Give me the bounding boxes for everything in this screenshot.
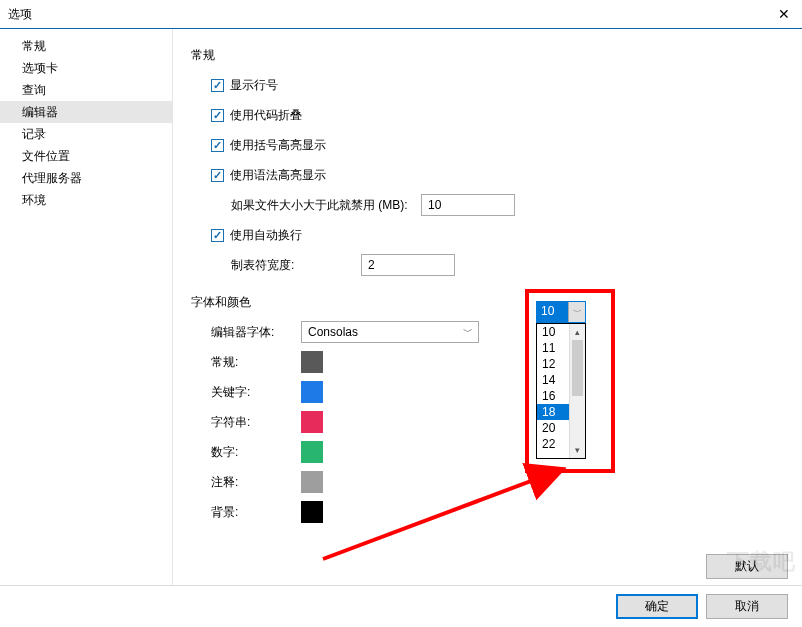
checkbox-syntax-hl[interactable] [211,169,224,182]
close-button[interactable]: ✕ [766,0,802,28]
label-syntax-hl: 使用语法高亮显示 [230,167,326,184]
sidebar-item-label: 代理服务器 [22,171,82,185]
row-auto-wrap: 使用自动换行 [191,224,782,246]
select-editor-font[interactable]: Consolas ﹀ [301,321,479,343]
font-size-combo-wrap: 10 ﹀ 10 11 12 14 16 18 20 22 ▴ ▾ [536,301,586,459]
swatch-background[interactable] [301,501,323,523]
swatch-number[interactable] [301,441,323,463]
section-title-general: 常规 [191,47,782,64]
dropdown-scrollbar[interactable]: ▴ ▾ [569,324,585,458]
scroll-thumb[interactable] [572,340,583,396]
row-tab-width: 制表符宽度: [191,254,782,276]
input-tab-width[interactable] [361,254,455,276]
sidebar-item-label: 文件位置 [22,149,70,163]
window-title: 选项 [8,6,32,23]
content: 常规 显示行号 使用代码折叠 使用括号高亮显示 使用语法高亮显示 如果文件大小大… [173,29,802,585]
sidebar-item-label: 编辑器 [22,105,58,119]
sidebar-item-label: 环境 [22,193,46,207]
checkbox-auto-wrap[interactable] [211,229,224,242]
row-color-keyword: 关键字: [191,381,782,403]
checkbox-bracket-hl[interactable] [211,139,224,152]
label-auto-wrap: 使用自动换行 [230,227,302,244]
row-color-regular: 常规: [191,351,782,373]
row-color-background: 背景: [191,501,782,523]
fonts-section: 编辑器字体: Consolas ﹀ 常规: 关键字: 字符串: 数字: [191,321,782,523]
label-color-comment: 注释: [191,474,301,491]
row-editor-font: 编辑器字体: Consolas ﹀ [191,321,782,343]
label-line-numbers: 显示行号 [230,77,278,94]
select-editor-font-value: Consolas [308,325,358,339]
sidebar-item-general[interactable]: 常规 [0,35,172,57]
sidebar-item-tabs[interactable]: 选项卡 [0,57,172,79]
titlebar: 选项 ✕ [0,0,802,29]
label-color-keyword: 关键字: [191,384,301,401]
body: 常规 选项卡 查询 编辑器 记录 文件位置 代理服务器 环境 常规 显示行号 使… [0,29,802,585]
input-syntax-disable-mb[interactable] [421,194,515,216]
scroll-up-icon[interactable]: ▴ [570,324,585,340]
label-editor-font: 编辑器字体: [191,324,301,341]
label-color-string: 字符串: [191,414,301,431]
sidebar-item-query[interactable]: 查询 [0,79,172,101]
row-show-line-numbers: 显示行号 [191,74,782,96]
select-font-size-value: 10 [537,302,568,322]
row-color-number: 数字: [191,441,782,463]
swatch-keyword[interactable] [301,381,323,403]
sidebar-item-label: 常规 [22,39,46,53]
sidebar-item-editor[interactable]: 编辑器 [0,101,172,123]
ok-button[interactable]: 确定 [616,594,698,619]
sidebar-item-label: 记录 [22,127,46,141]
label-color-background: 背景: [191,504,301,521]
select-font-size[interactable]: 10 ﹀ [536,301,586,323]
row-bracket-hl: 使用括号高亮显示 [191,134,782,156]
label-bracket-hl: 使用括号高亮显示 [230,137,326,154]
footer: 确定 取消 [0,585,802,627]
label-tab-width: 制表符宽度: [231,257,361,274]
sidebar: 常规 选项卡 查询 编辑器 记录 文件位置 代理服务器 环境 [0,29,173,585]
sidebar-item-label: 选项卡 [22,61,58,75]
row-color-comment: 注释: [191,471,782,493]
row-code-folding: 使用代码折叠 [191,104,782,126]
sidebar-item-proxy[interactable]: 代理服务器 [0,167,172,189]
scroll-down-icon[interactable]: ▾ [570,442,585,458]
row-color-string: 字符串: [191,411,782,433]
section-title-fonts: 字体和颜色 [191,294,782,311]
swatch-regular[interactable] [301,351,323,373]
default-button[interactable]: 默认 [706,554,788,579]
label-color-number: 数字: [191,444,301,461]
sidebar-item-label: 查询 [22,83,46,97]
swatch-comment[interactable] [301,471,323,493]
label-code-folding: 使用代码折叠 [230,107,302,124]
checkbox-code-folding[interactable] [211,109,224,122]
row-syntax-hl: 使用语法高亮显示 [191,164,782,186]
chevron-down-icon: ﹀ [568,302,585,322]
label-color-regular: 常规: [191,354,301,371]
default-button-row: 默认 [706,554,788,579]
swatch-string[interactable] [301,411,323,433]
sidebar-item-record[interactable]: 记录 [0,123,172,145]
chevron-down-icon: ﹀ [460,325,476,339]
checkbox-line-numbers[interactable] [211,79,224,92]
font-size-dropdown[interactable]: 10 11 12 14 16 18 20 22 ▴ ▾ [536,323,586,459]
close-icon: ✕ [778,6,790,22]
label-syntax-disable: 如果文件大小大于此就禁用 (MB): [231,197,421,214]
sidebar-item-filelocation[interactable]: 文件位置 [0,145,172,167]
sidebar-item-env[interactable]: 环境 [0,189,172,211]
row-syntax-disable: 如果文件大小大于此就禁用 (MB): [191,194,782,216]
cancel-button[interactable]: 取消 [706,594,788,619]
